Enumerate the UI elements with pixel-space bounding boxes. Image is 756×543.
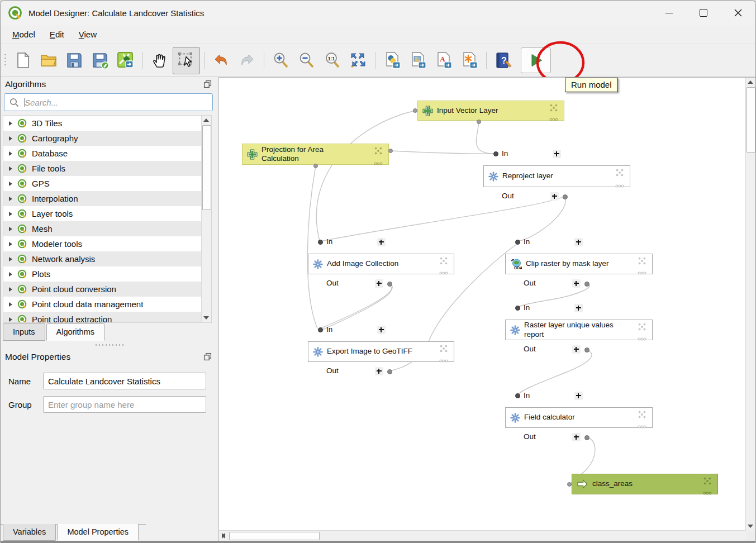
node-options-icon[interactable] [703, 477, 711, 485]
expand-arrow-icon[interactable] [9, 287, 12, 292]
model-node-reproject[interactable]: Reproject layer [483, 165, 630, 187]
open-model-button[interactable] [36, 47, 61, 73]
node-options-icon[interactable] [550, 104, 558, 112]
tree-item[interactable]: Point cloud conversion [3, 282, 202, 297]
out-port-dot[interactable] [584, 435, 589, 440]
menu-view[interactable]: View [72, 27, 104, 41]
tab-algorithms[interactable]: Algorithms [46, 323, 105, 341]
tree-item[interactable]: Network analysis [3, 251, 202, 266]
in-port-dot[interactable] [515, 306, 520, 311]
menu-edit[interactable]: Edit [42, 27, 72, 41]
out-port-dot[interactable] [387, 282, 392, 287]
export-as-svg-button[interactable] [457, 47, 482, 73]
in-port-dot[interactable] [318, 240, 323, 245]
model-node-clip_raster[interactable]: GDALClip raster by mask layer [505, 254, 653, 274]
horizontal-scrollbar-thumb[interactable] [229, 532, 320, 540]
model-node-proj_crs[interactable]: Projection for Area Calculation [242, 144, 389, 165]
zoom-in-button[interactable] [268, 47, 294, 73]
expand-arrow-icon[interactable] [9, 212, 12, 216]
node-comment-icon[interactable] [638, 422, 646, 425]
save-model-button[interactable] [61, 47, 87, 73]
tree-item[interactable]: Point cloud data management [3, 297, 202, 312]
minimize-button[interactable] [652, 1, 686, 25]
tree-item[interactable]: Cartography [3, 131, 202, 146]
model-node-field_calc[interactable]: Field calculator [505, 407, 653, 428]
add-output-button[interactable] [375, 279, 383, 288]
node-options-icon[interactable] [616, 169, 624, 177]
save-model-in-project-button[interactable] [113, 47, 139, 73]
scroll-down-icon[interactable] [746, 522, 755, 531]
tree-scrollbar-thumb[interactable] [202, 125, 211, 210]
node-comment-icon[interactable] [439, 268, 448, 272]
canvas-horizontal-scrollbar[interactable] [219, 530, 746, 541]
maximize-button[interactable] [686, 1, 721, 25]
node-options-icon[interactable] [440, 345, 448, 353]
expand-arrow-icon[interactable] [9, 317, 12, 322]
undo-button[interactable] [208, 47, 234, 73]
export-as-pdf-button[interactable]: A [431, 47, 457, 73]
expand-arrow-icon[interactable] [9, 227, 12, 231]
in-port-dot[interactable] [318, 327, 323, 332]
scroll-right-icon[interactable] [219, 531, 228, 540]
zoom-out-button[interactable] [294, 47, 320, 73]
expand-arrow-icon[interactable] [9, 302, 12, 307]
tab-inputs[interactable]: Inputs [3, 323, 45, 341]
tree-item[interactable]: Interpolation [3, 191, 202, 206]
expand-arrow-icon[interactable] [9, 272, 12, 277]
tree-item[interactable]: GPS [3, 176, 202, 191]
scroll-down-icon[interactable] [202, 313, 211, 322]
add-input-button[interactable] [377, 238, 386, 246]
algorithm-search-box[interactable] [4, 93, 213, 111]
close-button[interactable] [721, 1, 755, 25]
add-input-button[interactable] [574, 304, 583, 312]
add-output-button[interactable] [375, 367, 383, 375]
node-options-icon[interactable] [440, 257, 448, 265]
tree-item[interactable]: Plots [3, 266, 202, 282]
node-comment-icon[interactable] [638, 334, 646, 337]
add-input-button[interactable] [574, 392, 583, 400]
title-bar[interactable]: Model Designer: Calculate Landcover Stat… [1, 1, 755, 25]
in-port-dot[interactable] [493, 151, 498, 156]
tree-item[interactable]: Point cloud extraction [3, 312, 202, 323]
add-output-button[interactable] [572, 279, 581, 288]
run-model-button[interactable] [521, 47, 551, 73]
model-node-add_image[interactable]: Add Image Collection [308, 254, 454, 274]
model-node-class_areas[interactable]: class_areas [572, 474, 718, 494]
tab-model-properties[interactable]: Model Properties [57, 524, 139, 541]
node-options-icon[interactable] [638, 257, 646, 265]
save-model-as-button[interactable] [87, 47, 113, 73]
tree-item[interactable]: Database [3, 146, 202, 161]
expand-arrow-icon[interactable] [9, 257, 12, 261]
export-as-python-button[interactable] [379, 47, 405, 73]
in-port-dot[interactable] [515, 240, 520, 245]
add-output-button[interactable] [572, 433, 581, 441]
float-panel-icon[interactable] [203, 80, 212, 88]
tree-item[interactable]: File tools [3, 161, 202, 176]
model-node-raster_unique[interactable]: Raster layer unique values report [505, 320, 653, 340]
scroll-up-icon[interactable] [202, 116, 211, 125]
model-canvas[interactable]: Input Vector LayerProjection for Area Ca… [219, 78, 746, 531]
tree-item[interactable]: Modeler tools [3, 236, 202, 251]
tab-variables[interactable]: Variables [3, 524, 56, 541]
expand-arrow-icon[interactable] [9, 166, 12, 171]
expand-arrow-icon[interactable] [9, 151, 12, 156]
tree-item[interactable]: Layer tools [3, 206, 202, 221]
search-input[interactable] [23, 97, 212, 108]
node-options-icon[interactable] [374, 147, 382, 155]
expand-arrow-icon[interactable] [9, 242, 12, 246]
scroll-up-icon[interactable] [746, 78, 755, 87]
model-name-input[interactable] [43, 373, 206, 389]
canvas-vertical-scrollbar[interactable] [745, 78, 755, 531]
pan-button[interactable] [147, 47, 173, 73]
model-group-input[interactable] [43, 396, 206, 413]
expand-arrow-icon[interactable] [9, 136, 12, 141]
vertical-scrollbar-thumb[interactable] [747, 87, 755, 153]
select-button[interactable] [173, 47, 200, 74]
panel-splitter-handle[interactable] [94, 344, 123, 346]
zoom-full-button[interactable] [345, 47, 371, 73]
add-output-button[interactable] [572, 345, 581, 354]
float-panel-icon[interactable] [203, 353, 212, 361]
zoom-actual-button[interactable]: 1:1 [320, 47, 345, 73]
add-input-button[interactable] [553, 150, 561, 158]
out-port-dot[interactable] [387, 369, 392, 374]
